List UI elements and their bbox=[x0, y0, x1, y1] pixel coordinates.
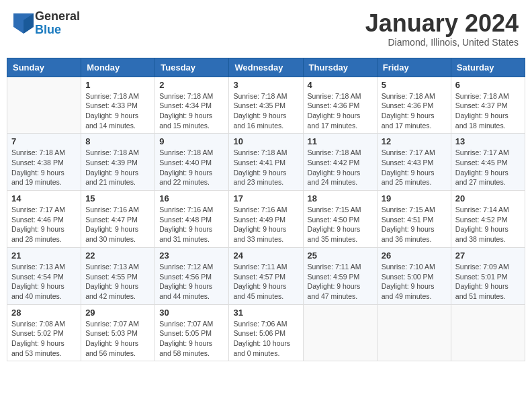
day-info: Sunrise: 7:17 AMSunset: 4:43 PMDaylight:… bbox=[382, 148, 447, 187]
calendar-cell: 24Sunrise: 7:11 AMSunset: 4:57 PMDayligh… bbox=[229, 247, 303, 304]
calendar-cell: 10Sunrise: 7:18 AMSunset: 4:41 PMDayligh… bbox=[229, 134, 303, 191]
month-title: January 2024 bbox=[365, 10, 519, 37]
day-number: 29 bbox=[85, 308, 150, 318]
day-info: Sunrise: 7:16 AMSunset: 4:49 PMDaylight:… bbox=[233, 205, 298, 244]
day-number: 4 bbox=[308, 80, 373, 90]
day-header-saturday: Saturday bbox=[451, 58, 525, 77]
calendar-cell bbox=[451, 304, 525, 361]
calendar-cell: 2Sunrise: 7:18 AMSunset: 4:34 PMDaylight… bbox=[155, 77, 229, 134]
calendar-cell bbox=[7, 77, 81, 134]
day-info: Sunrise: 7:18 AMSunset: 4:36 PMDaylight:… bbox=[308, 91, 373, 131]
day-info: Sunrise: 7:11 AMSunset: 4:59 PMDaylight:… bbox=[308, 262, 373, 302]
calendar-header-row: SundayMondayTuesdayWednesdayThursdayFrid… bbox=[7, 58, 525, 77]
day-number: 20 bbox=[455, 193, 521, 203]
logo-blue-text: Blue bbox=[35, 24, 80, 37]
day-number: 21 bbox=[11, 250, 77, 261]
calendar-cell: 28Sunrise: 7:08 AMSunset: 5:02 PMDayligh… bbox=[7, 304, 81, 361]
calendar-cell: 23Sunrise: 7:12 AMSunset: 4:56 PMDayligh… bbox=[155, 247, 229, 304]
day-info: Sunrise: 7:15 AMSunset: 4:50 PMDaylight:… bbox=[308, 205, 373, 244]
page-header: General Blue January 2024 Diamond, Illin… bbox=[7, 7, 525, 51]
day-info: Sunrise: 7:18 AMSunset: 4:37 PMDaylight:… bbox=[455, 91, 521, 131]
calendar-cell: 1Sunrise: 7:18 AMSunset: 4:33 PMDaylight… bbox=[81, 77, 155, 134]
day-info: Sunrise: 7:17 AMSunset: 4:45 PMDaylight:… bbox=[455, 148, 521, 187]
calendar-week-row: 21Sunrise: 7:13 AMSunset: 4:54 PMDayligh… bbox=[7, 247, 525, 304]
calendar-cell: 20Sunrise: 7:14 AMSunset: 4:52 PMDayligh… bbox=[451, 191, 525, 248]
day-number: 16 bbox=[159, 193, 224, 203]
day-number: 24 bbox=[233, 250, 298, 261]
day-number: 18 bbox=[308, 193, 373, 203]
title-area: January 2024 Diamond, Illinois, United S… bbox=[365, 10, 519, 48]
day-info: Sunrise: 7:11 AMSunset: 4:57 PMDaylight:… bbox=[233, 262, 298, 302]
day-info: Sunrise: 7:13 AMSunset: 4:54 PMDaylight:… bbox=[11, 262, 77, 302]
calendar-cell: 26Sunrise: 7:10 AMSunset: 5:00 PMDayligh… bbox=[377, 247, 451, 304]
logo-general-text: General bbox=[35, 10, 80, 24]
calendar-table: SundayMondayTuesdayWednesdayThursdayFrid… bbox=[7, 58, 525, 362]
calendar-cell: 6Sunrise: 7:18 AMSunset: 4:37 PMDaylight… bbox=[451, 77, 525, 134]
day-number: 12 bbox=[382, 136, 447, 146]
day-number: 9 bbox=[159, 136, 224, 146]
location-text: Diamond, Illinois, United States bbox=[365, 37, 519, 48]
day-info: Sunrise: 7:07 AMSunset: 5:05 PMDaylight:… bbox=[159, 319, 224, 359]
day-number: 25 bbox=[308, 250, 373, 261]
day-number: 26 bbox=[382, 250, 447, 261]
day-header-thursday: Thursday bbox=[303, 58, 377, 77]
day-number: 5 bbox=[382, 80, 447, 90]
day-header-monday: Monday bbox=[81, 58, 155, 77]
calendar-cell: 8Sunrise: 7:18 AMSunset: 4:39 PMDaylight… bbox=[81, 134, 155, 191]
day-header-tuesday: Tuesday bbox=[155, 58, 229, 77]
day-info: Sunrise: 7:17 AMSunset: 4:46 PMDaylight:… bbox=[11, 205, 77, 244]
calendar-cell bbox=[377, 304, 451, 361]
calendar-cell: 7Sunrise: 7:18 AMSunset: 4:38 PMDaylight… bbox=[7, 134, 81, 191]
day-number: 17 bbox=[233, 193, 298, 203]
day-info: Sunrise: 7:10 AMSunset: 5:00 PMDaylight:… bbox=[382, 262, 447, 302]
calendar-cell: 18Sunrise: 7:15 AMSunset: 4:50 PMDayligh… bbox=[303, 191, 377, 248]
calendar-cell: 3Sunrise: 7:18 AMSunset: 4:35 PMDaylight… bbox=[229, 77, 303, 134]
day-number: 27 bbox=[455, 250, 521, 261]
calendar-cell bbox=[303, 304, 377, 361]
calendar-cell: 30Sunrise: 7:07 AMSunset: 5:05 PMDayligh… bbox=[155, 304, 229, 361]
calendar-cell: 15Sunrise: 7:16 AMSunset: 4:47 PMDayligh… bbox=[81, 191, 155, 248]
calendar-cell: 5Sunrise: 7:18 AMSunset: 4:36 PMDaylight… bbox=[377, 77, 451, 134]
day-info: Sunrise: 7:18 AMSunset: 4:39 PMDaylight:… bbox=[85, 148, 150, 187]
calendar-cell: 22Sunrise: 7:13 AMSunset: 4:55 PMDayligh… bbox=[81, 247, 155, 304]
day-info: Sunrise: 7:18 AMSunset: 4:38 PMDaylight:… bbox=[11, 148, 77, 187]
day-number: 7 bbox=[11, 136, 77, 146]
day-number: 30 bbox=[159, 308, 224, 318]
day-info: Sunrise: 7:18 AMSunset: 4:42 PMDaylight:… bbox=[308, 148, 373, 187]
day-number: 14 bbox=[11, 193, 77, 203]
day-info: Sunrise: 7:08 AMSunset: 5:02 PMDaylight:… bbox=[11, 319, 77, 359]
day-number: 15 bbox=[85, 193, 150, 203]
day-number: 3 bbox=[233, 80, 298, 90]
day-info: Sunrise: 7:18 AMSunset: 4:35 PMDaylight:… bbox=[233, 91, 298, 131]
day-header-sunday: Sunday bbox=[7, 58, 81, 77]
calendar-cell: 14Sunrise: 7:17 AMSunset: 4:46 PMDayligh… bbox=[7, 191, 81, 248]
calendar-cell: 4Sunrise: 7:18 AMSunset: 4:36 PMDaylight… bbox=[303, 77, 377, 134]
day-number: 13 bbox=[455, 136, 521, 146]
calendar-cell: 27Sunrise: 7:09 AMSunset: 5:01 PMDayligh… bbox=[451, 247, 525, 304]
logo-text: General Blue bbox=[35, 10, 80, 37]
day-header-friday: Friday bbox=[377, 58, 451, 77]
day-info: Sunrise: 7:14 AMSunset: 4:52 PMDaylight:… bbox=[455, 205, 521, 244]
calendar-week-row: 14Sunrise: 7:17 AMSunset: 4:46 PMDayligh… bbox=[7, 191, 525, 248]
day-info: Sunrise: 7:15 AMSunset: 4:51 PMDaylight:… bbox=[382, 205, 447, 244]
day-number: 23 bbox=[159, 250, 224, 261]
calendar-cell: 9Sunrise: 7:18 AMSunset: 4:40 PMDaylight… bbox=[155, 134, 229, 191]
calendar-cell: 13Sunrise: 7:17 AMSunset: 4:45 PMDayligh… bbox=[451, 134, 525, 191]
day-info: Sunrise: 7:06 AMSunset: 5:06 PMDaylight:… bbox=[233, 319, 298, 359]
calendar-week-row: 28Sunrise: 7:08 AMSunset: 5:02 PMDayligh… bbox=[7, 304, 525, 361]
day-info: Sunrise: 7:18 AMSunset: 4:33 PMDaylight:… bbox=[85, 91, 150, 131]
calendar-cell: 29Sunrise: 7:07 AMSunset: 5:03 PMDayligh… bbox=[81, 304, 155, 361]
day-number: 6 bbox=[455, 80, 521, 90]
day-number: 8 bbox=[85, 136, 150, 146]
day-info: Sunrise: 7:13 AMSunset: 4:55 PMDaylight:… bbox=[85, 262, 150, 302]
calendar-cell: 19Sunrise: 7:15 AMSunset: 4:51 PMDayligh… bbox=[377, 191, 451, 248]
day-info: Sunrise: 7:07 AMSunset: 5:03 PMDaylight:… bbox=[85, 319, 150, 359]
day-info: Sunrise: 7:12 AMSunset: 4:56 PMDaylight:… bbox=[159, 262, 224, 302]
calendar-cell: 11Sunrise: 7:18 AMSunset: 4:42 PMDayligh… bbox=[303, 134, 377, 191]
calendar-cell: 21Sunrise: 7:13 AMSunset: 4:54 PMDayligh… bbox=[7, 247, 81, 304]
day-number: 22 bbox=[85, 250, 150, 261]
day-info: Sunrise: 7:18 AMSunset: 4:40 PMDaylight:… bbox=[159, 148, 224, 187]
day-info: Sunrise: 7:18 AMSunset: 4:34 PMDaylight:… bbox=[159, 91, 224, 131]
calendar-cell: 17Sunrise: 7:16 AMSunset: 4:49 PMDayligh… bbox=[229, 191, 303, 248]
day-number: 10 bbox=[233, 136, 298, 146]
